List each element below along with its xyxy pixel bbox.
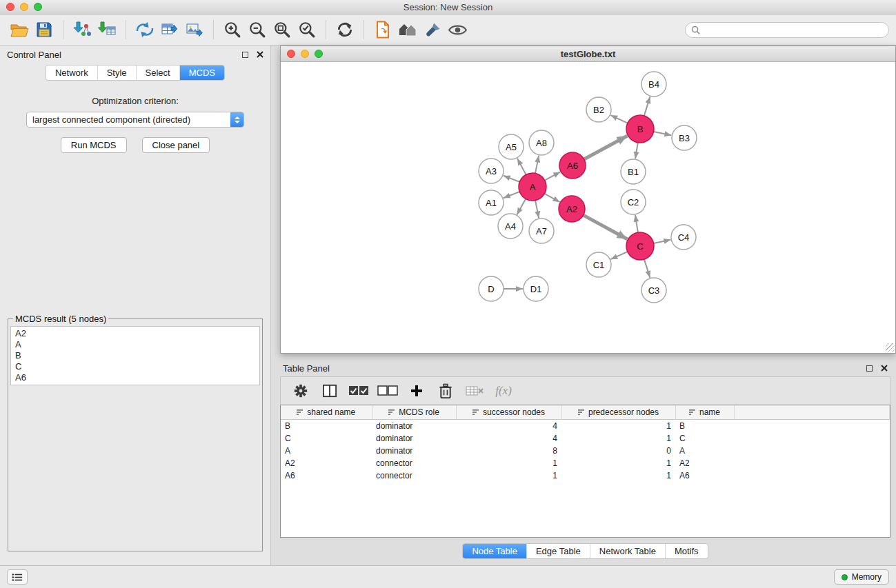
- function-builder-button[interactable]: f(x): [492, 380, 515, 402]
- graph-node-A3[interactable]: A3: [479, 159, 504, 183]
- zoom-window-button[interactable]: [34, 3, 42, 11]
- cytoscape-home-button[interactable]: [395, 18, 420, 41]
- table-cell[interactable]: dominator: [372, 432, 456, 445]
- table-cell[interactable]: 1: [561, 420, 675, 433]
- table-cell[interactable]: A6: [675, 469, 734, 482]
- table-cell[interactable]: 1: [456, 457, 561, 469]
- save-session-button[interactable]: [32, 18, 57, 41]
- delete-table-button[interactable]: [463, 380, 486, 402]
- table-cell[interactable]: connector: [372, 457, 456, 469]
- run-mcds-button[interactable]: Run MCDS: [61, 137, 127, 153]
- zoom-fit-button[interactable]: [270, 18, 295, 41]
- graph-node-B[interactable]: B: [626, 115, 654, 143]
- zoom-in-button[interactable]: [220, 18, 245, 41]
- graph-edge-A-A6[interactable]: [545, 172, 561, 180]
- graph-node-A2[interactable]: A2: [559, 196, 585, 222]
- show-columns-button[interactable]: [318, 380, 341, 402]
- graph-edge-A-A1[interactable]: [504, 192, 520, 198]
- tab-motifs[interactable]: Motifs: [666, 544, 708, 558]
- graph-node-A[interactable]: A: [519, 173, 546, 201]
- zoom-selected-button[interactable]: [295, 18, 319, 41]
- column-header-predecessor-nodes[interactable]: predecessor nodes: [561, 405, 675, 420]
- table-cell[interactable]: 4: [456, 420, 561, 433]
- graph-node-C[interactable]: C: [626, 232, 654, 260]
- graph-edge-A2-C[interactable]: [584, 215, 628, 239]
- show-panels-button[interactable]: [7, 569, 28, 585]
- network-zoom-button[interactable]: [315, 50, 323, 58]
- graph-edge-A-A4[interactable]: [517, 199, 526, 214]
- graph-edge-B-B1[interactable]: [635, 143, 638, 159]
- tab-node-table[interactable]: Node Table: [463, 544, 527, 558]
- column-header-name[interactable]: name: [675, 405, 734, 420]
- graph-edge-A-A3[interactable]: [504, 176, 520, 182]
- minimize-window-button[interactable]: [20, 3, 28, 11]
- table-row[interactable]: Bdominator41B: [281, 420, 890, 433]
- table-cell[interactable]: 1: [561, 432, 675, 445]
- mcds-result-item[interactable]: A6: [15, 372, 255, 383]
- export-image-button[interactable]: [182, 18, 207, 41]
- table-cell[interactable]: A2: [281, 457, 372, 469]
- table-cell[interactable]: 1: [561, 457, 675, 469]
- table-row[interactable]: Adominator80A: [281, 445, 890, 457]
- graph-edge-C-C1[interactable]: [610, 252, 627, 259]
- graph-node-A4[interactable]: A4: [498, 214, 523, 239]
- table-cell[interactable]: C: [675, 432, 734, 445]
- close-panel-icon[interactable]: [257, 51, 263, 58]
- tab-network[interactable]: Network: [46, 65, 98, 80]
- table-cell[interactable]: connector: [372, 469, 456, 482]
- tab-select[interactable]: Select: [137, 65, 180, 80]
- tab-edge-table[interactable]: Edge Table: [527, 544, 590, 558]
- network-canvas[interactable]: B4B2BB3A5A8A6A3B1AC2A1A2A4A7C4CC1C3DD1: [281, 62, 895, 353]
- delete-column-button[interactable]: [434, 380, 457, 402]
- close-table-panel-icon[interactable]: [881, 365, 888, 372]
- deselect-all-button[interactable]: [376, 380, 399, 402]
- import-network-button[interactable]: [70, 18, 94, 41]
- search-input[interactable]: [704, 25, 883, 34]
- table-cell[interactable]: A: [281, 445, 372, 457]
- table-cell[interactable]: 0: [561, 445, 675, 457]
- table-row[interactable]: Cdominator41C: [281, 432, 890, 445]
- close-panel-button[interactable]: Close panel: [142, 137, 210, 153]
- open-session-button[interactable]: [7, 18, 32, 41]
- graph-edge-C-C3[interactable]: [644, 259, 650, 278]
- graph-node-C4[interactable]: C4: [671, 225, 696, 250]
- tab-style[interactable]: Style: [98, 65, 137, 80]
- table-row[interactable]: A6connector11A6: [281, 469, 890, 482]
- tab-network-table[interactable]: Network Table: [590, 544, 666, 558]
- export-table-button[interactable]: [157, 18, 182, 41]
- graph-node-B1[interactable]: B1: [621, 159, 646, 184]
- show-hide-eye-button[interactable]: [445, 18, 470, 41]
- add-column-button[interactable]: [405, 380, 428, 402]
- table-cell[interactable]: 1: [561, 469, 675, 482]
- graph-node-D1[interactable]: D1: [524, 276, 548, 301]
- table-cell[interactable]: A: [675, 445, 734, 457]
- graph-node-D[interactable]: D: [479, 276, 504, 301]
- graph-node-B2[interactable]: B2: [586, 97, 611, 122]
- mcds-result-item[interactable]: B: [15, 350, 255, 361]
- table-row[interactable]: A2connector11A2: [281, 457, 890, 469]
- table-cell[interactable]: A2: [675, 457, 734, 469]
- optimization-criterion-select[interactable]: largest connected component (directed): [26, 112, 244, 128]
- mcds-result-item[interactable]: A2: [15, 328, 255, 339]
- close-window-button[interactable]: [6, 3, 14, 11]
- tab-mcds[interactable]: MCDS: [180, 65, 224, 80]
- table-cell[interactable]: 1: [456, 469, 561, 482]
- help-document-button[interactable]: [370, 18, 395, 41]
- import-table-button[interactable]: [94, 18, 119, 41]
- graph-node-A6[interactable]: A6: [559, 152, 586, 179]
- float-table-panel-icon[interactable]: [866, 365, 873, 372]
- graph-edge-A-A5[interactable]: [517, 159, 526, 175]
- zoom-out-button[interactable]: [245, 18, 270, 41]
- memory-button[interactable]: Memory: [834, 569, 889, 585]
- graph-node-A1[interactable]: A1: [479, 190, 504, 215]
- graph-edge-C-C4[interactable]: [654, 240, 671, 243]
- graph-edge-C-C2[interactable]: [635, 215, 638, 232]
- mcds-result-list[interactable]: A2ABCA6: [10, 326, 260, 385]
- export-network-button[interactable]: [132, 18, 157, 41]
- table-cell[interactable]: B: [675, 420, 734, 433]
- table-cell[interactable]: dominator: [372, 445, 456, 457]
- table-cell[interactable]: 8: [456, 445, 561, 457]
- column-header-shared-name[interactable]: shared name: [281, 405, 372, 420]
- table-cell[interactable]: A6: [281, 469, 372, 482]
- mcds-result-item[interactable]: C: [15, 361, 255, 372]
